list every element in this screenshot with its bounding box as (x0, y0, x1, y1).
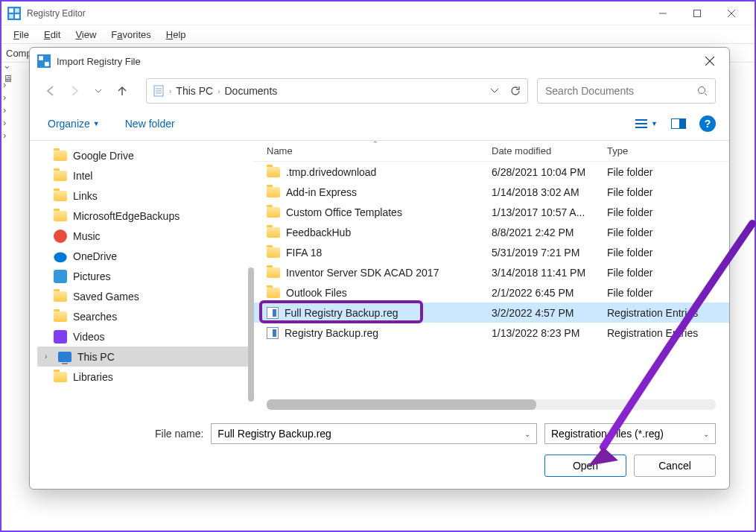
svg-point-18 (699, 87, 705, 94)
menu-help[interactable]: Help (159, 28, 194, 42)
dialog-footer: File name: Full Registry Backup.reg ⌄ Re… (30, 416, 729, 489)
file-type: File folder (607, 287, 729, 299)
file-row[interactable]: Inventor Server SDK ACAD 20173/14/2018 1… (253, 262, 729, 282)
folder-icon (267, 227, 280, 238)
refresh-icon[interactable] (509, 85, 521, 97)
sidebar-item-label: OneDrive (73, 250, 117, 262)
recent-dropdown[interactable] (91, 83, 106, 98)
sidebar-item-label: Videos (73, 331, 105, 343)
folder-icon (54, 291, 67, 302)
folder-icon (267, 247, 280, 258)
open-button[interactable]: Open (544, 455, 626, 477)
file-row[interactable]: FeedbackHub8/8/2021 2:42 PMFile folder (253, 222, 729, 242)
svg-rect-10 (39, 56, 43, 60)
main-title: Registry Editor (27, 8, 646, 19)
bc-root[interactable]: This PC (176, 85, 213, 97)
sidebar-item-label: Saved Games (73, 291, 139, 303)
file-name: Full Registry Backup.reg (285, 307, 398, 319)
menu-view[interactable]: View (68, 28, 104, 42)
file-date: 3/14/2018 11:41 PM (492, 267, 607, 279)
file-row[interactable]: FIFA 185/31/2019 7:21 PMFile folder (253, 242, 729, 262)
menu-file[interactable]: File (6, 28, 36, 42)
folder-icon (267, 207, 280, 218)
maximize-button[interactable] (680, 1, 714, 25)
search-input[interactable]: Search Documents (537, 78, 716, 104)
file-type-filter[interactable]: Registration Files (*.reg) ⌄ (544, 423, 716, 444)
help-button[interactable]: ? (699, 115, 716, 132)
main-titlebar: Registry Editor (1, 1, 755, 25)
menu-edit[interactable]: Edit (36, 28, 68, 42)
folder-icon (267, 267, 280, 278)
preview-pane-button[interactable] (671, 118, 686, 129)
file-type: File folder (607, 247, 729, 259)
sidebar-item[interactable]: Links (37, 186, 253, 206)
filename-input[interactable]: Full Registry Backup.reg ⌄ (211, 423, 537, 444)
search-icon (697, 86, 708, 96)
sidebar-item[interactable]: OneDrive (37, 246, 253, 266)
sidebar-item[interactable]: Libraries (37, 367, 253, 387)
close-button[interactable] (714, 1, 749, 25)
file-type: Registration Entries (607, 327, 729, 339)
sidebar-item-label: This PC (77, 351, 115, 363)
file-date: 2/1/2022 6:45 PM (492, 287, 607, 299)
horizontal-scrollbar[interactable] (267, 399, 716, 410)
svg-rect-6 (694, 10, 701, 16)
dialog-toolbar: Organize ▼ New folder ▼ ? (30, 107, 729, 140)
up-button[interactable] (115, 83, 130, 98)
dialog-nav: › This PC › Documents Search Documents (30, 75, 729, 107)
breadcrumb[interactable]: › This PC › Documents (146, 78, 528, 104)
file-row[interactable]: Outlook Files2/1/2022 6:45 PMFile folder (253, 282, 729, 303)
file-row[interactable]: Custom Office Templates1/13/2017 10:57 A… (253, 202, 729, 222)
file-type: File folder (607, 186, 729, 198)
chevron-down-icon[interactable] (490, 86, 499, 95)
folder-icon (54, 211, 67, 221)
svg-rect-11 (45, 62, 49, 66)
reg-file-icon (267, 307, 279, 319)
sidebar-item-label: Links (73, 190, 98, 202)
dialog-close-button[interactable] (698, 49, 722, 73)
file-row[interactable]: Registry Backup.reg1/13/2022 8:23 PMRegi… (253, 323, 729, 343)
forward-button[interactable] (67, 83, 82, 98)
file-row[interactable]: .tmp.drivedownload6/28/2021 10:04 PMFile… (253, 162, 729, 182)
minimize-button[interactable] (646, 1, 680, 25)
column-date[interactable]: Date modified (492, 145, 607, 156)
sidebar-item[interactable]: Searches (37, 306, 253, 326)
back-button[interactable] (43, 83, 58, 98)
cancel-button[interactable]: Cancel (634, 455, 716, 477)
sidebar-item[interactable]: Pictures (37, 266, 253, 286)
sidebar-item[interactable]: Saved Games (37, 286, 253, 306)
file-name: Inventor Server SDK ACAD 2017 (286, 267, 439, 279)
sidebar-item[interactable]: MicrosoftEdgeBackups (37, 206, 253, 226)
music-icon (54, 229, 67, 243)
organize-button[interactable]: Organize ▼ (43, 115, 104, 133)
folder-icon (267, 167, 280, 177)
file-type: File folder (607, 206, 729, 218)
folder-icon (267, 288, 280, 298)
sidebar-item[interactable]: Intel (37, 165, 253, 186)
sidebar-item[interactable]: Google Drive (37, 145, 253, 165)
file-row[interactable]: Full Registry Backup.reg3/2/2022 4:57 PM… (253, 303, 729, 323)
sidebar-item[interactable]: Music (37, 226, 253, 246)
file-name: Registry Backup.reg (285, 327, 378, 339)
svg-rect-4 (15, 14, 19, 19)
folder-icon (54, 171, 67, 181)
new-folder-button[interactable]: New folder (121, 115, 180, 133)
view-options-button[interactable]: ▼ (635, 118, 658, 129)
file-type: File folder (607, 166, 729, 178)
reg-file-icon (267, 327, 279, 339)
column-type[interactable]: Type (607, 145, 729, 156)
sidebar-scrollbar[interactable] (248, 267, 254, 402)
bc-folder[interactable]: Documents (224, 85, 277, 97)
sidebar-item[interactable]: ›This PC (37, 346, 253, 367)
sidebar-item-label: Searches (73, 311, 117, 323)
registry-tree[interactable]: ⌄ 🖥 ››››› (1, 63, 16, 529)
file-row[interactable]: Add-in Express1/14/2018 3:02 AMFile fold… (253, 182, 729, 202)
folder-icon (54, 372, 67, 382)
dialog-title: Import Registry File (57, 56, 698, 67)
sidebar-item[interactable]: Videos (37, 326, 253, 346)
file-name: Custom Office Templates (286, 206, 402, 218)
file-list: ⌃ Name Date modified Type .tmp.drivedown… (253, 141, 729, 416)
file-name: FeedbackHub (286, 227, 351, 238)
menu-favorites[interactable]: Favorites (104, 28, 158, 42)
file-date: 8/8/2021 2:42 PM (492, 227, 607, 238)
